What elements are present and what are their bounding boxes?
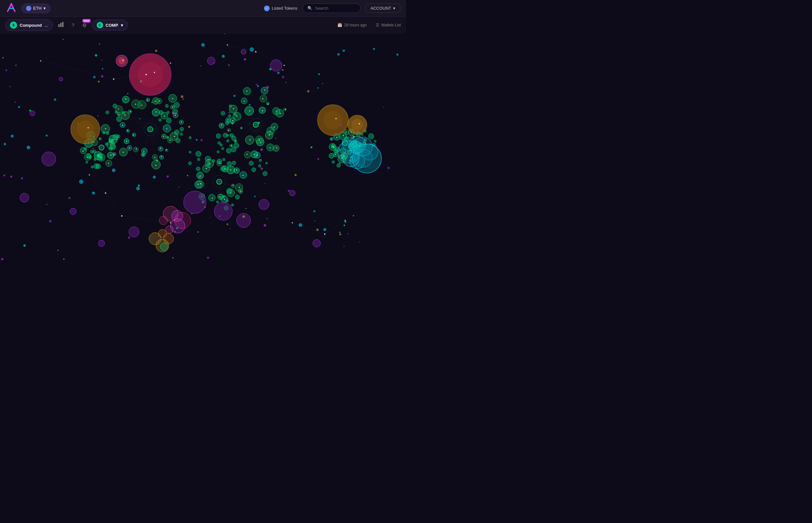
search-box[interactable]: 🔍 [303, 3, 360, 13]
new-badge: New [83, 19, 90, 22]
eth-icon [26, 6, 31, 11]
network-canvas [0, 34, 406, 262]
chevron-down-icon: ▾ [121, 23, 123, 28]
eth-network-button[interactable]: ETH ▾ [21, 3, 51, 13]
svg-rect-1 [58, 24, 59, 27]
protocol-label: Compound [20, 23, 42, 28]
wallets-label: Wallets List [381, 23, 401, 28]
protocol-button[interactable]: $ Compound ... [5, 19, 53, 31]
verified-icon: ✓ [264, 5, 270, 11]
svg-rect-2 [60, 23, 61, 27]
search-input[interactable] [315, 6, 356, 11]
calendar-icon: 📅 [337, 23, 342, 28]
settings-button[interactable]: New ⚙ [80, 20, 89, 31]
timestamp-label: 28 hours ago [344, 23, 367, 28]
chevron-down-icon: ▾ [393, 6, 395, 11]
eth-label: ETH [33, 6, 41, 11]
stats-button[interactable] [55, 19, 66, 31]
account-label: ACCOUNT [371, 6, 391, 11]
listed-tokens-label: Listed Tokens [272, 6, 297, 11]
help-button[interactable]: ? [69, 20, 77, 31]
chevron-down-icon: ▾ [43, 6, 46, 11]
wallets-list-button[interactable]: ☰ Wallets List [376, 23, 401, 28]
svg-rect-3 [62, 22, 64, 27]
settings-icon: ⚙ [82, 22, 87, 28]
comp-token-button[interactable]: C COMP ▾ [92, 20, 128, 31]
timestamp: 📅 28 hours ago [337, 23, 367, 28]
more-button[interactable]: ... [45, 22, 48, 28]
top-navigation: ETH ▾ ✓ Listed Tokens 🔍 ACCOUNT ▾ [0, 0, 406, 17]
question-icon: ? [72, 22, 74, 28]
search-icon: 🔍 [307, 6, 313, 11]
comp-icon: C [97, 22, 103, 28]
account-button[interactable]: ACCOUNT ▾ [365, 3, 401, 13]
listed-tokens-button[interactable]: ✓ Listed Tokens [264, 5, 297, 11]
network-visualization [0, 34, 406, 262]
list-icon: ☰ [376, 23, 379, 28]
svg-point-0 [10, 3, 12, 5]
logo[interactable] [5, 2, 21, 15]
protocol-icon: $ [10, 22, 17, 29]
comp-label: COMP [106, 23, 118, 28]
sub-navigation: $ Compound ... ? New ⚙ C COMP ▾ 📅 28 hou… [0, 17, 406, 34]
